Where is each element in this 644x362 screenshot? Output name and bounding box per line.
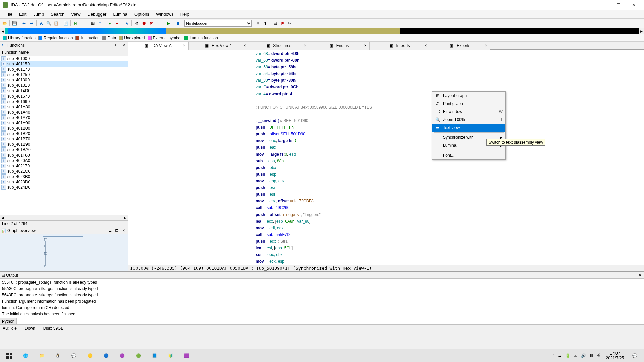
tab-close-icon[interactable]: ✕: [363, 44, 367, 48]
disasm-line[interactable]: [128, 97, 644, 104]
tab-hex-view-1[interactable]: ▣Hex View-1✕: [189, 42, 249, 50]
disasm-line[interactable]: sub esp, 88h: [128, 158, 644, 164]
save-icon[interactable]: 💾: [11, 20, 18, 27]
disasm-line[interactable]: xor ebx, ebx: [128, 251, 644, 258]
function-row[interactable]: fsub_4014D0: [0, 88, 128, 94]
tool-f-icon[interactable]: f: [97, 20, 103, 27]
function-row[interactable]: fsub_401170: [0, 67, 128, 72]
function-row[interactable]: fsub_401A90: [0, 120, 128, 126]
tool-n-icon[interactable]: N: [72, 20, 79, 27]
disasm-line[interactable]: var_30= byte ptr -30h: [128, 77, 644, 84]
pause-icon[interactable]: ⏸: [175, 20, 181, 27]
disasm-line[interactable]: var_60= dword ptr -60h: [128, 57, 644, 64]
tab-close-icon[interactable]: ✕: [484, 44, 488, 48]
graph-min-icon[interactable]: 🗕: [108, 228, 113, 233]
dbg-c-icon[interactable]: ▤: [272, 20, 278, 27]
function-row[interactable]: fsub_4021C0: [0, 169, 128, 174]
fwd-icon[interactable]: ➡: [28, 20, 35, 27]
disasm-line[interactable]: lea ecx, [esp+0A8h+var_88]: [128, 218, 644, 225]
function-row[interactable]: fsub_401B20: [0, 131, 128, 136]
tool-x-icon[interactable]: ✖: [148, 20, 155, 27]
disasm-line[interactable]: var_C= dword ptr -0Ch: [128, 84, 644, 90]
disasm-line[interactable]: lea esi, [ebp+5Ch]: [128, 245, 644, 251]
function-row[interactable]: fsub_401A40: [0, 110, 128, 115]
out-close-icon[interactable]: ✕: [637, 273, 643, 278]
tool-dot2-icon[interactable]: ●: [114, 20, 120, 27]
disasm-line[interactable]: mov ecx, offset unk_72CBF8: [128, 198, 644, 204]
nav-left-icon[interactable]: ◀: [0, 28, 5, 34]
function-row[interactable]: fsub_401A70: [0, 115, 128, 120]
disasm-line[interactable]: call sub_49C260: [128, 204, 644, 211]
menu-jump[interactable]: Jump: [30, 10, 47, 18]
function-row[interactable]: fsub_401A30: [0, 104, 128, 110]
function-row[interactable]: fsub_401F60: [0, 153, 128, 158]
tab-exports[interactable]: ▣Exports✕: [430, 42, 490, 50]
graph-max-icon[interactable]: 🗖: [114, 228, 120, 233]
nav-right-icon[interactable]: ▶: [639, 28, 644, 34]
disasm-line[interactable]: mov large fs:0, esp: [128, 151, 644, 158]
menu-help[interactable]: Help: [177, 10, 193, 18]
tray-vol-icon[interactable]: 🔊: [581, 353, 586, 358]
tool-semi-icon[interactable]: ;: [79, 20, 86, 27]
tool-dot1-icon[interactable]: ●: [106, 20, 113, 27]
function-row[interactable]: fsub_401B00: [0, 126, 128, 131]
tray-power-icon[interactable]: 🔋: [565, 353, 570, 358]
disasm-line[interactable]: mov edi, eax: [128, 225, 644, 231]
tab-enums[interactable]: ▣Enums✕: [309, 42, 370, 50]
close-button[interactable]: ✕: [626, 0, 641, 10]
function-row[interactable]: fsub_4024D0: [0, 185, 128, 190]
panel-close-icon[interactable]: ✕: [121, 43, 126, 48]
function-row[interactable]: fsub_401300: [0, 77, 128, 83]
minimize-button[interactable]: ─: [595, 0, 610, 10]
function-row[interactable]: fsub_401000: [0, 56, 128, 61]
disasm-line[interactable]: var_54= byte ptr -54h: [128, 70, 644, 77]
system-tray[interactable]: ˄ ☁ 🔋 🖧 🔊 🖥 英: [550, 353, 603, 358]
function-row[interactable]: fsub_401660: [0, 99, 128, 104]
qq-icon[interactable]: 🐧: [50, 349, 66, 362]
ctx-text-view[interactable]: ☰Text view: [432, 124, 505, 132]
app1-icon[interactable]: 🟡: [82, 349, 98, 362]
explorer-icon[interactable]: 📁: [34, 349, 50, 362]
tab-close-icon[interactable]: ✕: [303, 44, 307, 48]
disasm-line[interactable]: push ebp: [128, 171, 644, 178]
tab-close-icon[interactable]: ✕: [243, 44, 247, 48]
function-row[interactable]: fsub_402170: [0, 163, 128, 169]
tool-a-icon[interactable]: A: [38, 20, 45, 27]
wechat-icon[interactable]: 💬: [66, 349, 82, 362]
function-row[interactable]: fsub_401150: [0, 61, 128, 67]
disasm-line[interactable]: push esi: [128, 184, 644, 191]
disasm-line[interactable]: push ebx: [128, 164, 644, 171]
function-row[interactable]: fsub_401310: [0, 83, 128, 88]
function-row[interactable]: fsub_401B70: [0, 136, 128, 142]
app3-icon[interactable]: 🟣: [114, 349, 130, 362]
tool-binoc-icon[interactable]: 🔍: [45, 20, 52, 27]
tool-list-icon[interactable]: 📋: [53, 20, 59, 27]
tray-net-icon[interactable]: 🖧: [574, 353, 578, 358]
menu-view[interactable]: View: [68, 10, 84, 18]
ctx-zoom-[interactable]: 🔍Zoom 100%1: [432, 116, 505, 124]
disasm-line[interactable]: var_4= dword ptr -4: [128, 90, 644, 97]
disasm-line[interactable]: push 0FFFFFFFFh: [128, 124, 644, 131]
disasm-line[interactable]: ; FUNCTION CHUNK AT .text:00589900 SIZE …: [128, 104, 644, 111]
tool-h-icon[interactable]: ★: [123, 20, 130, 27]
function-row[interactable]: fsub_4023B0: [0, 174, 128, 179]
output-cmdline[interactable]: [17, 318, 644, 324]
disasm-line[interactable]: call sub_555F7D: [128, 231, 644, 238]
tray-up-icon[interactable]: ˄: [552, 353, 554, 358]
disassembly-view[interactable]: var_68= dword ptr -68hvar_60= dword ptr …: [128, 50, 644, 265]
menu-edit[interactable]: Edit: [16, 10, 30, 18]
menu-lumina[interactable]: Lumina: [110, 10, 131, 18]
disasm-line[interactable]: push ecx ; Str1: [128, 238, 644, 245]
menu-debugger[interactable]: Debugger: [84, 10, 110, 18]
taskbar-clock[interactable]: 17:07 2021/7/25: [603, 351, 627, 360]
disasm-line[interactable]: mov ecx, esp: [128, 258, 644, 265]
app4-icon[interactable]: 🟢: [130, 349, 146, 362]
disasm-line[interactable]: mov eax, large fs:0: [128, 137, 644, 144]
disasm-line[interactable]: push offset aTriggers ; "Triggers": [128, 211, 644, 218]
disasm-line[interactable]: push eax: [128, 144, 644, 151]
maximize-button[interactable]: ☐: [610, 0, 626, 10]
disasm-line[interactable]: [128, 111, 644, 117]
menu-search[interactable]: Search: [47, 10, 68, 18]
function-row[interactable]: fsub_401BA0: [0, 147, 128, 153]
ida-icon[interactable]: 🔰: [162, 349, 178, 362]
